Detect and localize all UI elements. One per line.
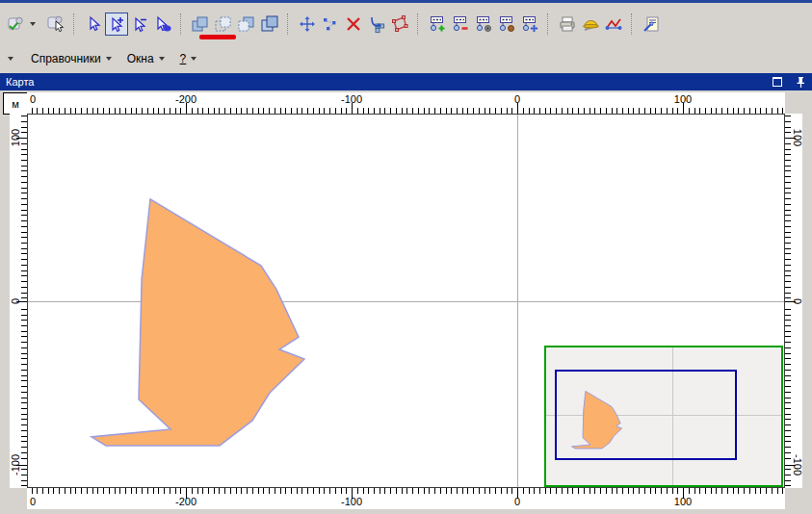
ruler-label: 100 [674,93,692,105]
move-to-layer-button[interactable] [365,13,388,36]
semantic-settings-icon [474,14,493,34]
ruler-label: -100 [792,454,802,475]
ruler-label: 0 [514,93,520,105]
toolbar-separator [547,13,552,35]
pin-icon[interactable] [796,76,806,89]
menu-help[interactable]: ? [172,49,205,68]
cursor-minus-icon [130,14,149,34]
ruler-label: 0 [10,298,21,304]
ruler-unit-box: м [3,92,28,115]
ruler-label: 0 [514,496,520,507]
ruler-bottom: 0-200-1000100 [27,488,785,509]
map-polygon-object[interactable] [92,199,304,446]
menu-dropdown-icon [191,57,196,61]
ruler-label: -100 [341,496,362,507]
semantic-add-icon [428,14,447,34]
select-lasso-button[interactable] [151,13,174,36]
toolbar-separator [73,13,78,35]
semantic-remove-icon [451,14,470,34]
shape-over-dashed-icon [237,14,256,34]
ruler-label: 0 [30,496,36,507]
toolbar-separator [417,13,422,35]
select-arrow-button[interactable] [82,13,105,36]
semantics-fill-button[interactable] [495,13,518,36]
ruler-label: 0 [30,93,36,105]
polygon-red-icon [390,14,409,34]
ruler-unit-label: м [12,98,19,110]
map-window-title: Карта [6,76,773,88]
shapes-dashed-icon [214,14,233,34]
shape-copy-button[interactable] [189,13,212,36]
ruler-label: -200 [175,93,196,105]
object-card-button[interactable] [640,13,663,36]
semantic-fill-icon [497,14,516,34]
menu-okna-label: Окна [127,52,154,65]
zigzag-chart-icon [604,14,623,34]
map-canvas[interactable] [27,114,785,488]
ruler-right: 1000-100 [785,114,802,488]
menu-dropdown-icon [106,57,112,61]
semantics-add-button[interactable] [426,13,449,36]
hardhat-icon [581,14,600,34]
select-objects-check-button[interactable] [4,13,27,36]
chevron-down-icon [8,57,13,61]
menu-spravochniki[interactable]: Справочники [23,49,119,68]
map-window-titlebar[interactable]: Карта [0,73,812,90]
shapes-overlap-icon [260,14,279,34]
ruler-left: 1000-100 [10,114,27,488]
ruler-label: 100 [10,129,21,146]
semantic-move-icon [520,14,539,34]
menu-spravochniki-label: Справочники [31,52,101,65]
minimap-viewport-rect[interactable] [555,370,737,460]
cursor-lasso-icon [153,14,172,34]
semantics-settings-button[interactable] [472,13,495,36]
cursor-plus-icon [107,14,126,34]
map-panel: м 0-200-1000100 0-200-1000100 1000-100 1… [0,90,812,514]
edit-nodes-button[interactable] [319,13,342,36]
shape-replace-button[interactable] [235,13,258,36]
toolbar-separator [287,13,292,35]
move-objects-button[interactable] [296,13,319,36]
semantics-move-button[interactable] [518,13,541,36]
select-add-button[interactable] [105,13,128,36]
cursor-icon [84,14,103,34]
toolbar-separator [631,13,636,35]
menu-okna[interactable]: Окна [119,49,172,68]
move-cross-icon [298,14,317,34]
delete-object-button[interactable] [342,13,365,36]
construction-button[interactable] [579,13,602,36]
menu-dropdown-icon [159,57,165,61]
select-objects-cursor-button[interactable] [44,13,67,36]
printer-icon [558,14,577,34]
ruler-label: -100 [341,93,362,105]
red-highlight-marker [199,35,236,39]
overview-minimap[interactable] [544,346,783,487]
select-subtract-button[interactable] [128,13,151,36]
main-toolbar [0,3,812,44]
semantics-remove-button[interactable] [449,13,472,36]
ruler-label: 100 [674,496,692,507]
maximize-icon[interactable] [773,77,782,87]
print-button[interactable] [556,13,579,36]
shape-contour-button[interactable] [212,13,235,36]
edit-polygon-button[interactable] [388,13,411,36]
nodes-icon [321,14,340,34]
menu-help-label: ? [180,52,187,65]
shapes-solid-icon [191,14,210,34]
delete-x-icon [344,14,363,34]
select-objects-dropdown-button[interactable] [27,13,39,36]
ruler-label: -200 [175,496,196,507]
arrow-grid-icon [367,14,386,34]
shape-combine-button[interactable] [258,13,281,36]
ruler-label: 100 [792,129,802,146]
ruler-label: -100 [10,454,21,475]
objects-cursor-icon [46,14,65,34]
toolbar-separator [180,13,185,35]
menu-bar: Справочники Окна ? [0,44,812,73]
properties-form-icon [642,14,661,34]
objects-check-icon [6,14,25,34]
ruler-label: 0 [792,298,802,304]
ruler-top: 0-200-1000100 [27,92,785,114]
profile-button[interactable] [602,13,625,36]
menubar-chevron-button[interactable] [4,49,17,68]
